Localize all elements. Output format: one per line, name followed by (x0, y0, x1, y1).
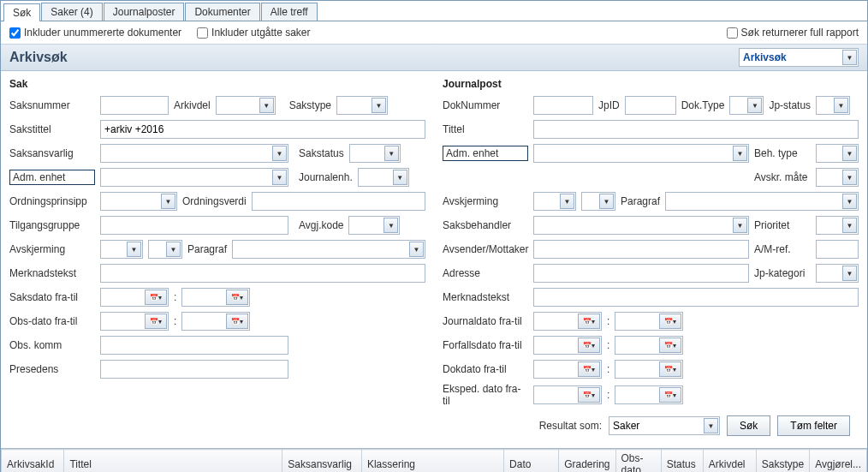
select-paragraf[interactable]: ▼ (232, 240, 425, 259)
chevron-down-icon[interactable]: ▼ (372, 98, 386, 113)
calendar-icon[interactable]: 📅▾ (659, 338, 681, 353)
select-jp-kategori[interactable]: ▼ (816, 264, 859, 283)
input-adresse[interactable] (533, 264, 749, 283)
date-dokdato-til[interactable]: 📅▾ (615, 360, 683, 379)
select-beh-type[interactable]: ▼ (816, 144, 859, 163)
tab-alle-treff[interactable]: Alle treff (261, 3, 318, 21)
select-avgj-kode[interactable]: ▼ (348, 216, 400, 235)
header-select[interactable]: ▼ (739, 48, 859, 67)
date-saksdato-til[interactable]: 📅▾ (181, 288, 250, 307)
input-saksnummer[interactable] (100, 96, 169, 115)
select-doktype[interactable]: ▼ (729, 96, 764, 115)
col-saksansvarlig[interactable]: Saksansvarlig (282, 450, 362, 473)
date-obsdato-fra[interactable]: 📅▾ (100, 312, 169, 331)
date-dokdato-fra[interactable]: 📅▾ (533, 360, 602, 379)
select-jp-avsk-1[interactable]: ▼ (533, 192, 576, 211)
chk-full-rapport-input[interactable] (727, 27, 738, 39)
date-forfallsdato-til[interactable]: 📅▾ (615, 336, 683, 355)
chevron-down-icon[interactable]: ▼ (704, 418, 718, 433)
col-dato[interactable]: Dato (504, 450, 559, 473)
input-am-ref[interactable] (816, 240, 859, 259)
chk-inkluder-unum[interactable]: Inkluder unummererte dokumenter (9, 27, 181, 39)
calendar-icon[interactable]: 📅▾ (226, 314, 248, 329)
chevron-down-icon[interactable]: ▼ (383, 218, 398, 233)
col-arkivdel[interactable]: Arkivdel (703, 450, 756, 473)
chevron-down-icon[interactable]: ▼ (733, 218, 747, 233)
input-merknadstekst[interactable] (100, 264, 425, 283)
chk-full-rapport[interactable]: Søk returnerer full rapport (727, 27, 859, 39)
input-sakstittel[interactable] (100, 120, 425, 139)
chevron-down-icon[interactable]: ▼ (272, 170, 287, 185)
select-adm-enhet[interactable]: ▼ (100, 168, 288, 187)
input-jpid[interactable] (625, 96, 676, 115)
select-sakstatus[interactable]: ▼ (349, 144, 401, 163)
calendar-icon[interactable]: 📅▾ (226, 290, 248, 305)
header-select-input[interactable] (739, 48, 859, 67)
calendar-icon[interactable]: 📅▾ (578, 338, 600, 353)
select-saksbehandler[interactable]: ▼ (533, 216, 749, 235)
input-tilgangsgruppe[interactable] (100, 216, 288, 235)
chevron-down-icon[interactable]: ▼ (393, 170, 407, 185)
col-arkivsakid[interactable]: ArkivsakId (2, 450, 64, 473)
select-jp-avsk-2[interactable]: ▼ (581, 192, 615, 211)
chk-inkluder-unum-input[interactable] (9, 27, 21, 39)
input-jp-merknad[interactable] (533, 288, 859, 307)
chevron-down-icon[interactable]: ▼ (842, 170, 857, 185)
input-avsender[interactable] (533, 240, 749, 259)
tab-dokumenter[interactable]: Dokumenter (185, 3, 259, 21)
chk-inkluder-utg-input[interactable] (197, 27, 208, 39)
chevron-down-icon[interactable]: ▼ (599, 194, 614, 209)
input-ordningsverdi[interactable] (252, 192, 425, 211)
btn-tom-felter[interactable]: Tøm felter (777, 415, 850, 436)
chevron-down-icon[interactable]: ▼ (842, 194, 857, 209)
select-arkivdel[interactable]: ▼ (216, 96, 276, 115)
chk-inkluder-utg[interactable]: Inkluder utgåtte saker (197, 27, 310, 39)
input-doknummer[interactable] (533, 96, 593, 115)
select-prioritet[interactable]: ▼ (816, 216, 859, 235)
date-saksdato-fra[interactable]: 📅▾ (100, 288, 169, 307)
select-avskjerming-2[interactable]: ▼ (148, 240, 182, 259)
select-jp-adm-enhet[interactable]: ▼ (533, 144, 749, 163)
lbl-adm-enhet[interactable]: Adm. enhet (9, 170, 95, 185)
chevron-down-icon[interactable]: ▼ (409, 242, 424, 257)
chevron-down-icon[interactable]: ▼ (842, 146, 857, 161)
select-jpstatus[interactable]: ▼ (816, 96, 850, 115)
chevron-down-icon[interactable]: ▼ (259, 98, 274, 113)
col-tittel[interactable]: Tittel (64, 450, 282, 473)
calendar-icon[interactable]: 📅▾ (145, 290, 167, 305)
date-forfallsdato-fra[interactable]: 📅▾ (533, 336, 602, 355)
chevron-down-icon[interactable]: ▼ (272, 146, 287, 161)
calendar-icon[interactable]: 📅▾ (659, 314, 681, 329)
tab-sok[interactable]: Søk (3, 3, 40, 21)
calendar-icon[interactable]: 📅▾ (659, 387, 681, 403)
date-journaldato-fra[interactable]: 📅▾ (533, 312, 602, 331)
date-obsdato-til[interactable]: 📅▾ (181, 312, 250, 331)
tab-journalposter[interactable]: Journalposter (104, 3, 185, 21)
input-presedens[interactable] (100, 360, 288, 379)
chevron-down-icon[interactable]: ▼ (842, 266, 857, 281)
chevron-down-icon[interactable]: ▼ (127, 242, 141, 257)
chevron-down-icon[interactable]: ▼ (842, 50, 857, 65)
select-sakstype[interactable]: ▼ (336, 96, 388, 115)
lbl-jp-adm-enhet[interactable]: Adm. enhet (443, 146, 528, 161)
chevron-down-icon[interactable]: ▼ (161, 194, 175, 209)
select-avskjerming-1[interactable]: ▼ (100, 240, 143, 259)
chevron-down-icon[interactable]: ▼ (747, 98, 762, 113)
calendar-icon[interactable]: 📅▾ (578, 361, 600, 377)
tab-saker[interactable]: Saker (4) (41, 3, 102, 21)
calendar-icon[interactable]: 📅▾ (659, 361, 681, 377)
date-journaldato-til[interactable]: 📅▾ (615, 312, 683, 331)
date-ekspeddato-fra[interactable]: 📅▾ (533, 385, 602, 404)
chevron-down-icon[interactable]: ▼ (560, 194, 574, 209)
col-avgj[interactable]: Avgjørel... (810, 450, 867, 473)
calendar-icon[interactable]: 📅▾ (145, 314, 167, 329)
chevron-down-icon[interactable]: ▼ (842, 218, 857, 233)
chevron-down-icon[interactable]: ▼ (834, 98, 848, 113)
col-sakstype[interactable]: Sakstype (756, 450, 809, 473)
input-obs-komm[interactable] (100, 336, 288, 355)
input-jp-tittel[interactable] (533, 120, 859, 139)
select-jp-paragraf[interactable]: ▼ (665, 192, 859, 211)
select-ordningsprinsipp[interactable]: ▼ (100, 192, 177, 211)
btn-sok[interactable]: Søk (727, 415, 770, 436)
select-journalenh[interactable]: ▼ (358, 168, 409, 187)
